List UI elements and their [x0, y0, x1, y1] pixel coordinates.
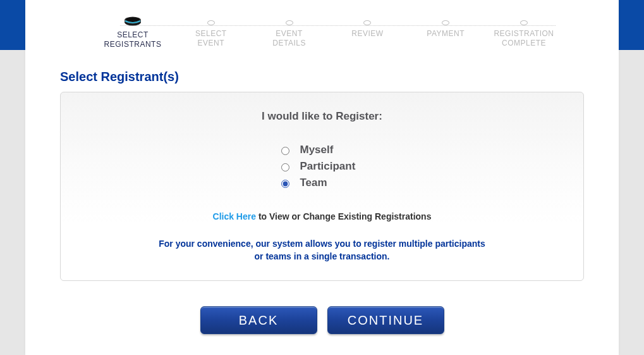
- option-label: Team: [300, 177, 327, 189]
- registrant-options: Myself Participant Team: [240, 142, 404, 191]
- progress-stepper: SELECT REGISTRANTS SELECT EVENT EVENT DE…: [25, 0, 619, 57]
- step-registration-complete: REGISTRATION COMPLETE: [486, 19, 562, 49]
- option-label: Myself: [300, 144, 334, 156]
- existing-registrations-tail: to View or Change Existing Registrations: [256, 211, 431, 221]
- step-dot-icon: [520, 20, 528, 25]
- registrant-panel: I would like to Register: Myself Partici…: [60, 92, 584, 281]
- help-note-line1: For your convenience, our system allows …: [159, 239, 485, 249]
- step-label-line2: DETAILS: [272, 39, 306, 47]
- step-dot-icon: [286, 20, 293, 25]
- help-note-line2: or teams in a single transaction.: [255, 251, 390, 261]
- continue-button[interactable]: CONTINUE: [327, 306, 444, 334]
- step-label-line2: REGISTRANTS: [104, 40, 162, 49]
- back-button[interactable]: BACK: [200, 306, 317, 334]
- step-label-line1: SELECT: [195, 29, 227, 38]
- existing-registrations-link[interactable]: Click Here: [213, 211, 256, 221]
- radio-team[interactable]: [281, 180, 289, 188]
- step-label-line1: REVIEW: [351, 29, 383, 38]
- button-row: BACK CONTINUE: [25, 306, 619, 334]
- step-payment: PAYMENT: [408, 19, 483, 49]
- radio-participant[interactable]: [281, 163, 289, 171]
- register-prompt: I would like to Register:: [73, 110, 571, 123]
- help-note: For your convenience, our system allows …: [120, 238, 525, 263]
- page-title: Select Registrant(s): [25, 57, 619, 92]
- step-event-details: EVENT DETAILS: [252, 19, 327, 49]
- step-label-line1: SELECT: [117, 30, 149, 39]
- step-label-line1: PAYMENT: [427, 29, 465, 38]
- radio-myself[interactable]: [281, 147, 289, 155]
- existing-registrations-row: Click Here to View or Change Existing Re…: [73, 211, 571, 221]
- option-participant[interactable]: Participant: [278, 158, 404, 175]
- step-label-line1: EVENT: [276, 29, 303, 38]
- step-dot-icon: [363, 20, 371, 25]
- page-sheet: SELECT REGISTRANTS SELECT EVENT EVENT DE…: [25, 0, 619, 355]
- hockey-puck-icon: [123, 15, 142, 27]
- step-dot-icon: [207, 20, 215, 25]
- step-select-registrants: SELECT REGISTRANTS: [95, 19, 171, 49]
- step-select-event: SELECT EVENT: [173, 19, 249, 49]
- step-label-line2: COMPLETE: [502, 39, 546, 47]
- step-review: REVIEW: [329, 19, 405, 49]
- step-label-line2: EVENT: [198, 39, 225, 47]
- step-dot-icon: [442, 20, 449, 25]
- option-label: Participant: [300, 160, 356, 173]
- step-label-line1: REGISTRATION: [494, 29, 554, 38]
- option-myself[interactable]: Myself: [278, 142, 404, 158]
- option-team[interactable]: Team: [278, 175, 404, 191]
